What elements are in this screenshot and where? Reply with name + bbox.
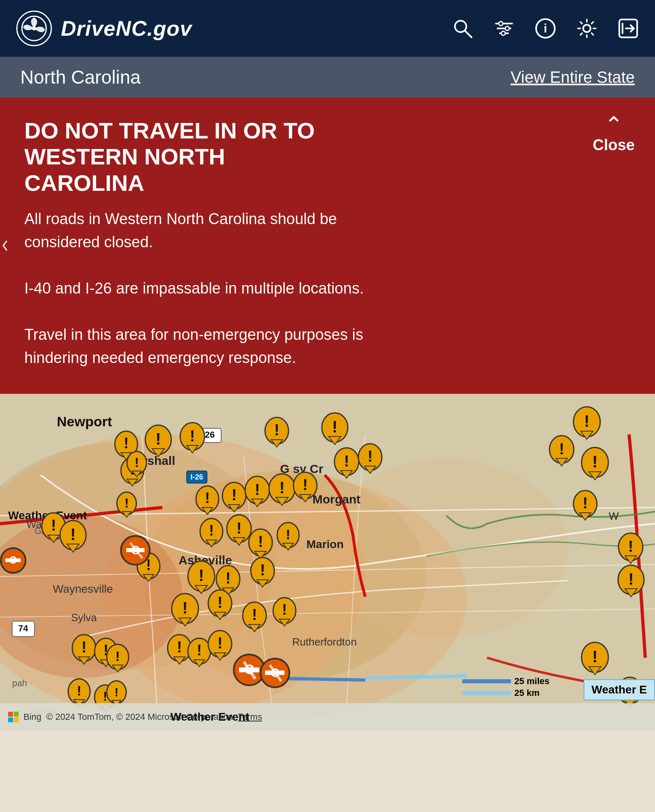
weather-event-label-right: Weather E (592, 683, 647, 696)
warning-pin-38[interactable]: ! (207, 629, 233, 665)
left-indicator (0, 229, 10, 262)
svg-text:!: ! (368, 448, 373, 465)
warning-pin-27[interactable]: ! (250, 556, 276, 592)
warning-pin-2[interactable]: ! (144, 424, 172, 462)
svg-text:!: ! (77, 683, 81, 698)
warning-pin-30[interactable]: ! (207, 589, 233, 625)
view-entire-state-link[interactable]: View Entire State (511, 68, 635, 86)
warning-pin-16[interactable]: ! (572, 489, 599, 525)
svg-text:Sylva: Sylva (71, 611, 97, 624)
warning-pin-10[interactable]: ! (116, 491, 138, 522)
warning-pin-28[interactable]: ! (617, 564, 645, 603)
warning-pin-15[interactable]: ! (292, 471, 319, 507)
alert-body-line1: All roads in Western North Carolina shou… (24, 210, 337, 251)
svg-text:W: W (609, 510, 619, 522)
warning-pin-8b[interactable]: ! (357, 443, 384, 479)
svg-text:!: ! (232, 486, 237, 503)
scale-km: 25 km (514, 688, 539, 698)
svg-text:I-26: I-26 (190, 473, 203, 481)
warning-pin-8[interactable]: ! (333, 447, 360, 484)
svg-text:!: ! (51, 517, 56, 534)
svg-text:!: ! (125, 496, 129, 510)
weather-event-box-right: Weather E (584, 679, 655, 700)
svg-text:⊘: ⊘ (270, 666, 280, 679)
svg-text:Rutherfordton: Rutherfordton (292, 636, 357, 648)
close-label: Close (593, 136, 635, 154)
svg-text:!: ! (218, 594, 223, 611)
warning-pin-4[interactable]: ! (264, 416, 290, 452)
warning-pin-22[interactable]: ! (276, 522, 300, 555)
svg-point-8 (505, 26, 509, 30)
settings-icon[interactable] (576, 18, 597, 39)
svg-text:!: ! (260, 561, 265, 579)
alert-body-line3: Travel in this area for non-emergency pu… (24, 326, 363, 366)
logo-area: DriveNC.gov (16, 11, 192, 46)
scale-miles: 25 miles (514, 676, 549, 687)
svg-text:!: ! (274, 421, 280, 438)
closure-icon-2[interactable]: ⊘ (0, 547, 26, 574)
closure-icon-4[interactable]: ⊘ (260, 658, 290, 688)
warning-pin-29[interactable]: ! (170, 593, 200, 632)
svg-text:Marion: Marion (306, 538, 344, 551)
close-button[interactable]: ⌃ Close (593, 114, 635, 154)
svg-text:!: ! (559, 441, 565, 458)
svg-text:!: ! (252, 606, 257, 623)
svg-text:pah: pah (12, 678, 27, 688)
warning-pin-19[interactable]: ! (199, 518, 224, 553)
warning-pin-9[interactable]: ! (548, 434, 575, 472)
svg-text:!: ! (255, 481, 260, 498)
alert-title: DO NOT TRAVEL IN OR TO WESTERN NORTH CAR… (24, 118, 349, 196)
header-nav-icons: i (452, 18, 639, 39)
svg-text:⊘: ⊘ (130, 543, 140, 557)
svg-line-3 (465, 30, 472, 37)
warning-pin-11[interactable]: ! (195, 485, 220, 520)
svg-text:!: ! (190, 428, 195, 445)
closure-icon-1[interactable]: ⊘ (120, 535, 151, 566)
svg-text:!: ! (258, 533, 263, 550)
svg-text:74: 74 (18, 623, 28, 633)
warning-pin-6[interactable]: ! (572, 406, 601, 445)
header: DriveNC.gov i (0, 0, 655, 57)
warning-pin-39[interactable]: ! (580, 641, 610, 680)
warning-pin-32[interactable]: ! (272, 597, 297, 632)
svg-point-12 (583, 25, 590, 32)
svg-text:!: ! (303, 476, 308, 493)
warning-pin-7b[interactable]: ! (126, 451, 148, 482)
site-title: DriveNC.gov (61, 16, 192, 41)
svg-text:!: ! (198, 566, 204, 584)
warning-pin-18[interactable]: ! (59, 520, 87, 558)
warning-pin-31[interactable]: ! (241, 601, 268, 637)
warning-pin-9b[interactable]: ! (580, 447, 610, 486)
alert-body-line2: I-40 and I-26 are impassable in multiple… (24, 280, 364, 297)
svg-text:!: ! (332, 418, 337, 436)
login-icon[interactable] (618, 18, 639, 39)
svg-text:!: ! (114, 685, 119, 699)
scale-bar: 25 miles 25 km (462, 676, 549, 698)
warning-pin-35[interactable]: ! (106, 644, 130, 677)
warning-pin-23[interactable]: ! (617, 532, 644, 569)
svg-text:!: ! (592, 648, 597, 665)
svg-text:!: ! (628, 538, 633, 555)
search-icon[interactable] (452, 18, 473, 39)
svg-point-1 (32, 26, 36, 30)
svg-text:!: ! (177, 639, 182, 656)
svg-text:!: ! (70, 525, 75, 543)
warning-pin-13[interactable]: ! (243, 475, 271, 512)
svg-text:i: i (544, 22, 547, 35)
svg-text:!: ! (197, 642, 202, 659)
microsoft-logo (8, 712, 19, 722)
info-icon[interactable]: i (535, 18, 556, 39)
svg-text:Waynesville: Waynesville (53, 583, 113, 595)
svg-line-27 (365, 676, 467, 678)
svg-point-7 (499, 22, 503, 26)
svg-text:Morgant: Morgant (312, 492, 360, 506)
warning-pin-3[interactable]: ! (179, 421, 206, 459)
svg-text:!: ! (182, 599, 187, 617)
map-container[interactable]: 26 I-26 Newport Marshall G sy Cr Morgant… (0, 394, 655, 731)
svg-text:26: 26 (205, 430, 215, 440)
filter-icon[interactable] (493, 18, 515, 39)
alert-body: All roads in Western North Carolina shou… (24, 207, 365, 369)
svg-text:Newport: Newport (57, 414, 112, 429)
svg-text:!: ! (279, 479, 284, 497)
warning-pin-5[interactable]: ! (321, 412, 349, 450)
